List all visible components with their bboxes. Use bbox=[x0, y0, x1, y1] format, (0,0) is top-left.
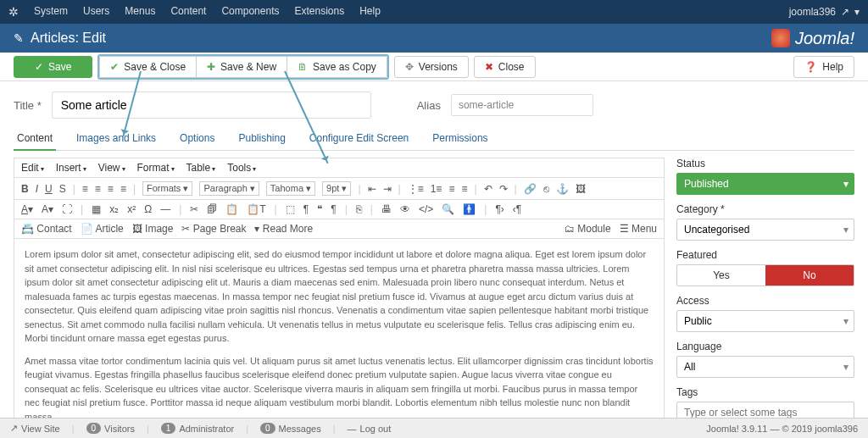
save-button[interactable]: ✓Save bbox=[14, 56, 92, 78]
ed-tools[interactable]: Tools▾ bbox=[227, 162, 256, 174]
featured-yes[interactable]: Yes bbox=[677, 265, 765, 286]
tab-images-links[interactable]: Images and Links bbox=[73, 127, 159, 150]
save-close-button[interactable]: ✔Save & Close bbox=[99, 56, 196, 78]
blockquote-icon[interactable]: ❝ bbox=[317, 203, 322, 215]
paragraph-select[interactable]: Paragraph ▾ bbox=[199, 181, 259, 196]
formats-select[interactable]: Formats ▾ bbox=[142, 181, 192, 196]
indent-icon[interactable]: ⇥ bbox=[383, 183, 392, 195]
italic-icon[interactable]: I bbox=[36, 183, 38, 195]
title-input[interactable] bbox=[52, 91, 371, 119]
article-btn[interactable]: 📄 Article bbox=[81, 223, 124, 235]
ed-insert[interactable]: Insert▾ bbox=[56, 162, 86, 174]
status-select[interactable]: Published bbox=[676, 173, 854, 195]
tab-publishing[interactable]: Publishing bbox=[235, 127, 288, 150]
textcolor-icon[interactable]: A▾ bbox=[21, 203, 33, 215]
link-icon[interactable]: 🔗 bbox=[524, 183, 537, 195]
char-icon[interactable]: Ω bbox=[144, 203, 152, 215]
menu-system[interactable]: System bbox=[34, 5, 68, 19]
align-right-icon[interactable]: ≡ bbox=[108, 183, 114, 195]
user-name[interactable]: joomla396 bbox=[789, 6, 836, 18]
admin-stat[interactable]: 1Administrator bbox=[161, 423, 234, 434]
align-center-icon[interactable]: ≡ bbox=[95, 183, 101, 195]
align-left-icon[interactable]: ≡ bbox=[82, 183, 88, 195]
invis-icon[interactable]: ¶ bbox=[303, 203, 309, 215]
size-select[interactable]: 9pt ▾ bbox=[322, 181, 351, 196]
align-justify-icon[interactable]: ≡ bbox=[120, 183, 126, 195]
ed-table[interactable]: Table▾ bbox=[186, 162, 216, 174]
help-button[interactable]: ❓Help bbox=[793, 56, 854, 78]
fullscreen-icon[interactable]: ⛶ bbox=[62, 203, 72, 215]
menu-components[interactable]: Components bbox=[221, 5, 279, 19]
anchor-icon[interactable]: ⚓ bbox=[556, 183, 569, 195]
tab-options[interactable]: Options bbox=[176, 127, 218, 150]
menu-help[interactable]: Help bbox=[359, 5, 381, 19]
font-select[interactable]: Tahoma ▾ bbox=[266, 181, 315, 196]
menu-btn[interactable]: ☰ Menu bbox=[620, 223, 657, 235]
tab-configure[interactable]: Configure Edit Screen bbox=[306, 127, 412, 150]
code-icon[interactable]: </> bbox=[419, 203, 433, 215]
contact-btn[interactable]: 📇 Contact bbox=[21, 223, 72, 235]
table-icon[interactable]: ▦ bbox=[92, 203, 101, 215]
cut-icon[interactable]: ✂ bbox=[190, 203, 198, 215]
menu-menus[interactable]: Menus bbox=[125, 5, 155, 19]
readmore-btn[interactable]: ▾ Read More bbox=[254, 223, 313, 235]
para-icon[interactable]: ¶ bbox=[331, 203, 336, 215]
menu-users[interactable]: Users bbox=[83, 5, 109, 19]
featured-no[interactable]: No bbox=[765, 265, 854, 286]
visitors-stat[interactable]: 0Visitors bbox=[86, 423, 135, 434]
alias-input[interactable] bbox=[451, 94, 593, 116]
find-icon[interactable]: 🔍 bbox=[442, 203, 454, 215]
outdent-icon[interactable]: ⇤ bbox=[368, 183, 376, 195]
access-select[interactable]: Public bbox=[676, 310, 854, 332]
module-btn[interactable]: 🗂 Module bbox=[565, 223, 611, 235]
pastetext-icon[interactable]: 📋T bbox=[247, 203, 265, 215]
hr-icon[interactable]: — bbox=[160, 203, 170, 215]
logout-link[interactable]: — Log out bbox=[348, 424, 392, 434]
save-new-button[interactable]: ✚Save & New bbox=[196, 56, 287, 78]
list2-icon[interactable]: ≡ bbox=[461, 183, 467, 195]
ol-icon[interactable]: 1≡ bbox=[431, 183, 442, 195]
preview-icon[interactable]: 👁 bbox=[400, 203, 410, 215]
list-icon[interactable]: ≡ bbox=[448, 183, 454, 195]
bold-icon[interactable]: B bbox=[21, 183, 29, 195]
strike-icon[interactable]: S bbox=[59, 183, 66, 195]
undo-icon[interactable]: ↶ bbox=[484, 183, 492, 195]
sub-icon[interactable]: x₂ bbox=[109, 203, 119, 215]
ed-edit[interactable]: Edit▾ bbox=[21, 162, 44, 174]
footer: ↗ View Site | 0Visitors | 1Administrator… bbox=[0, 418, 868, 438]
pagebreak-btn[interactable]: ✂ Page Break bbox=[181, 223, 246, 235]
toolbar: ✓Save ✔Save & Close ✚Save & New 🗎Save as… bbox=[0, 53, 868, 81]
versions-button[interactable]: ✥Versions bbox=[394, 56, 469, 78]
unlink-icon[interactable]: ⎋ bbox=[543, 183, 549, 195]
sup-icon[interactable]: x² bbox=[127, 203, 136, 215]
menu-extensions[interactable]: Extensions bbox=[294, 5, 344, 19]
ed-view[interactable]: View▾ bbox=[98, 162, 125, 174]
redo-icon[interactable]: ↷ bbox=[499, 183, 508, 195]
underline-icon[interactable]: U bbox=[45, 183, 53, 195]
rtl-icon[interactable]: ‹¶ bbox=[513, 203, 521, 215]
featured-toggle[interactable]: Yes No bbox=[676, 264, 854, 286]
template-icon[interactable]: ⎘ bbox=[356, 203, 362, 215]
messages-stat[interactable]: 0Messages bbox=[260, 423, 321, 434]
blocks-icon[interactable]: ⬚ bbox=[286, 203, 295, 215]
ltr-icon[interactable]: ¶› bbox=[495, 203, 504, 215]
save-copy-button[interactable]: 🗎Save as Copy bbox=[287, 56, 387, 78]
close-button[interactable]: ✖Close bbox=[474, 56, 536, 78]
tab-permissions[interactable]: Permissions bbox=[429, 127, 491, 150]
tab-content[interactable]: Content bbox=[14, 127, 56, 151]
bgcolor-icon[interactable]: A▾ bbox=[42, 203, 53, 215]
menu-content[interactable]: Content bbox=[170, 5, 206, 19]
category-select[interactable]: Uncategorised bbox=[676, 219, 854, 241]
print-icon[interactable]: 🖶 bbox=[381, 203, 392, 215]
image-icon[interactable]: 🖼 bbox=[576, 183, 586, 195]
language-select[interactable]: All bbox=[676, 356, 854, 378]
image-btn[interactable]: 🖼 Image bbox=[132, 223, 174, 235]
view-site-link[interactable]: ↗ View Site bbox=[10, 423, 60, 434]
paste-icon[interactable]: 📋 bbox=[225, 203, 238, 215]
ul-icon[interactable]: ⋮≡ bbox=[408, 183, 424, 195]
a11y-icon[interactable]: 🚹 bbox=[463, 203, 476, 215]
copy2-icon[interactable]: 🗐 bbox=[207, 203, 217, 215]
chevron-down-icon[interactable]: ▾ bbox=[854, 6, 860, 18]
editor-body[interactable]: Lorem ipsum dolor sit amet, consectetur … bbox=[14, 239, 664, 438]
ed-format[interactable]: Format▾ bbox=[137, 162, 175, 174]
